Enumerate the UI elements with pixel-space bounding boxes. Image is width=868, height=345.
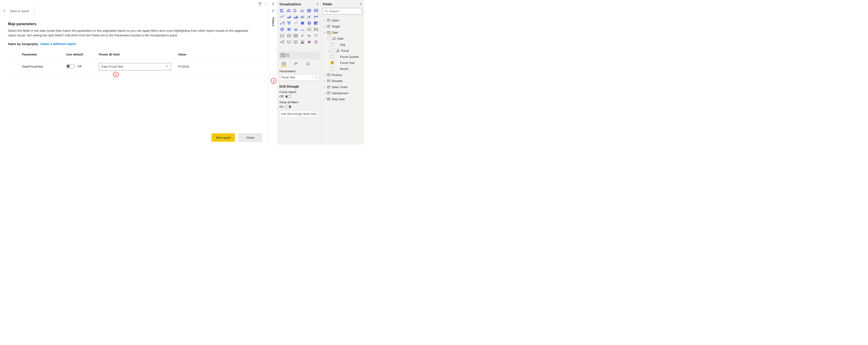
fields-mode-tab[interactable]	[281, 61, 287, 67]
viz-shape-map-icon[interactable]	[293, 27, 299, 32]
checkbox[interactable]	[331, 43, 334, 46]
viz-clustered-column-icon[interactable]	[300, 8, 305, 13]
viz-funnel-icon[interactable]	[286, 21, 292, 26]
svg-rect-22	[304, 17, 304, 19]
viz-area-icon[interactable]	[286, 14, 292, 19]
back-link[interactable]: Back to report	[10, 9, 29, 13]
remove-field-icon[interactable]	[315, 76, 317, 79]
date-field-fiscal-year[interactable]: Fiscal Year	[323, 60, 362, 66]
date-table[interactable]: › ✓ Date	[323, 29, 362, 35]
viz-decomposition-icon[interactable]	[279, 39, 285, 45]
cross-report-toggle[interactable]: Off	[279, 95, 319, 98]
use-default-toggle[interactable]: Off	[66, 64, 82, 68]
analytics-mode-tab[interactable]	[305, 61, 311, 67]
target-table[interactable]: › Target	[323, 23, 362, 29]
more-icon[interactable]: ···	[264, 3, 267, 5]
reseller-table[interactable]: › Reseller	[323, 78, 362, 84]
back-chevron-icon[interactable]	[3, 9, 6, 13]
svg-rect-10	[301, 10, 301, 12]
search-input[interactable]: Search	[323, 8, 362, 15]
viz-paginated-icon[interactable]	[300, 39, 305, 45]
viz-map-icon[interactable]	[279, 27, 285, 32]
viz-stacked-column-icon[interactable]	[286, 8, 292, 13]
viz-multi-card-icon[interactable]	[313, 27, 319, 32]
viz-powerapps-icon[interactable]	[306, 39, 312, 45]
date-field-month[interactable]: Month	[323, 66, 362, 72]
svg-rect-12	[303, 9, 303, 12]
sales-order-label: Sales Order	[332, 85, 348, 89]
keep-filters-toggle[interactable]: On	[279, 105, 319, 108]
date-label: Date	[332, 31, 338, 34]
viz-smart-narrative-icon[interactable]	[293, 39, 299, 45]
sales-table[interactable]: › Sales	[323, 17, 362, 23]
svg-rect-72	[337, 51, 337, 52]
viz-python-icon[interactable]: Py	[306, 33, 312, 38]
viz-gauge-icon[interactable]	[300, 27, 305, 32]
viz-qna-icon[interactable]	[286, 39, 292, 45]
product-table[interactable]: › Product	[323, 72, 362, 78]
report-subtitle: Sales by Geography Select a different re…	[8, 42, 261, 46]
table-icon: ✓	[327, 31, 330, 34]
svg-point-65	[325, 10, 327, 12]
chevron-left-icon[interactable]	[272, 2, 275, 6]
viz-line-icon[interactable]	[279, 14, 285, 19]
viz-ribbon-icon[interactable]	[313, 14, 319, 19]
date-field-date[interactable]: A Date	[323, 35, 362, 41]
viz-key-influencers-icon[interactable]	[313, 33, 319, 38]
sales-order-table[interactable]: › Sales Order	[323, 84, 362, 90]
build-icon[interactable]	[280, 53, 285, 57]
parameters-well[interactable]: Fiscal Year	[279, 74, 319, 80]
select-different-link[interactable]: Select a different report	[40, 42, 76, 46]
viz-import-icon[interactable]	[313, 39, 319, 45]
salesperson-table[interactable]: › Salesperson	[323, 90, 362, 96]
viz-filled-map-icon[interactable]	[286, 27, 292, 32]
chevron-down-icon[interactable]	[311, 76, 314, 79]
viz-overflow[interactable]: ···	[280, 46, 319, 50]
col-pbi-field: Power BI field	[99, 50, 178, 59]
svg-rect-78	[327, 98, 330, 100]
viz-100stacked-column-icon[interactable]	[313, 8, 319, 13]
checkbox-checked[interactable]	[331, 61, 334, 64]
format-mode-tab[interactable]	[293, 61, 299, 67]
viz-line-stacked-column-icon[interactable]	[300, 14, 305, 19]
viz-scatter-icon[interactable]	[293, 21, 299, 26]
filter-icon[interactable]	[258, 2, 262, 6]
svg-rect-4	[288, 9, 289, 12]
viz-donut-icon[interactable]	[306, 21, 312, 26]
viz-waterfall-icon[interactable]	[279, 21, 285, 26]
checkbox[interactable]	[331, 55, 334, 58]
viz-stacked-bar-icon[interactable]	[279, 8, 285, 13]
viz-card-icon[interactable]: 123	[306, 27, 312, 32]
svg-rect-6	[293, 9, 296, 9]
viz-stacked-area-icon[interactable]	[293, 14, 299, 19]
viz-pie-icon[interactable]	[300, 21, 305, 26]
drill-drop-target[interactable]: Add drill-through fields here	[279, 111, 319, 117]
svg-rect-2	[280, 11, 284, 12]
close-button[interactable]: Close	[239, 133, 262, 142]
viz-slicer-icon[interactable]	[286, 33, 292, 38]
date-field-date-label: Date	[337, 37, 343, 40]
viz-line-cluster-column-icon[interactable]	[306, 14, 312, 19]
viz-r-icon[interactable]: R	[300, 33, 305, 38]
table-icon	[327, 85, 330, 89]
chevron-right-icon[interactable]	[359, 2, 362, 6]
ship-date-table[interactable]: › Ship Date	[323, 96, 362, 102]
see-report-button[interactable]: See report	[212, 133, 235, 142]
checkbox[interactable]	[331, 67, 334, 70]
date-field-day[interactable]: Day	[323, 41, 362, 48]
viz-table-icon[interactable]	[293, 33, 299, 38]
toggle-off-label: Off	[78, 64, 82, 68]
fy-label: Fiscal Year	[340, 61, 355, 64]
checkbox[interactable]	[328, 37, 331, 40]
pbi-field-dropdown[interactable]: Date.Fiscal Year	[99, 63, 171, 70]
viz-treemap-icon[interactable]	[313, 21, 319, 26]
viz-kpi-icon[interactable]	[279, 33, 285, 38]
viz-clustered-bar-icon[interactable]	[293, 8, 299, 13]
date-field-fiscal[interactable]: › Fiscal	[323, 48, 362, 54]
filters-rail[interactable]: Filters	[269, 0, 277, 145]
viz-100stacked-bar-icon[interactable]	[306, 8, 312, 13]
chevron-right-icon[interactable]	[316, 2, 319, 6]
checkbox[interactable]	[332, 49, 335, 52]
svg-text:Py: Py	[308, 34, 311, 37]
date-field-fiscal-quarter[interactable]: Fiscal Quarter	[323, 54, 362, 60]
